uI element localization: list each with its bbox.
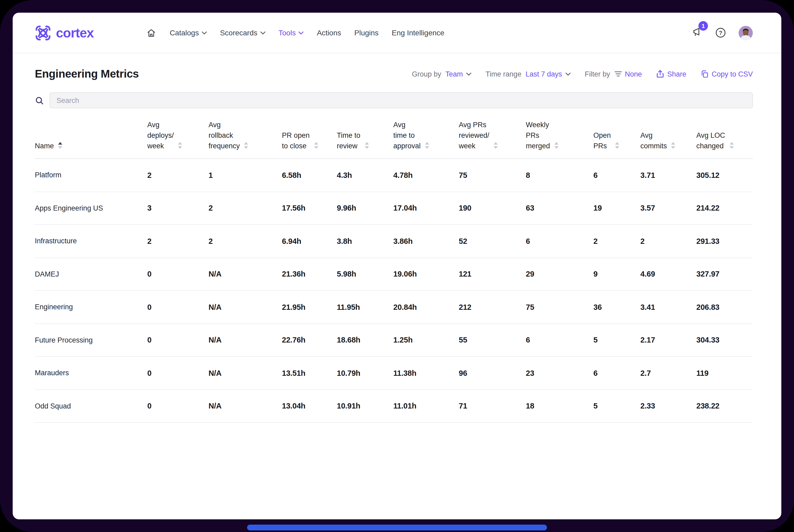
- metric-cell: 96: [459, 357, 526, 390]
- metric-cell: 9.96h: [337, 192, 393, 225]
- sort-arrows-icon[interactable]: [729, 142, 734, 151]
- share-button[interactable]: Share: [656, 70, 686, 78]
- table-row[interactable]: Platform216.58h4.3h4.78h75863.71305.12: [35, 158, 753, 192]
- user-avatar[interactable]: [739, 25, 753, 40]
- column-label: Avgtime toapproval: [393, 120, 421, 151]
- sort-arrows-icon[interactable]: [494, 142, 498, 151]
- table-row[interactable]: Odd Squad0N/A13.04h10.91h11.01h711852.33…: [35, 390, 753, 422]
- metric-cell: N/A: [209, 357, 282, 390]
- nav-item-plugins[interactable]: Plugins: [354, 28, 379, 37]
- nav-item-tools[interactable]: Tools: [279, 28, 304, 37]
- sort-arrows-icon[interactable]: [615, 142, 619, 151]
- group-by-select[interactable]: Team: [446, 70, 471, 78]
- column-header[interactable]: Avgcommits: [640, 112, 696, 158]
- metric-cell: 71: [459, 390, 526, 422]
- metric-cell: 20.84h: [393, 290, 459, 324]
- team-name-cell: Platform: [35, 158, 147, 192]
- metric-cell: 52: [459, 225, 526, 258]
- cortex-logo[interactable]: cortex: [35, 24, 94, 41]
- team-name-cell: Future Processing: [35, 324, 147, 357]
- filter-by-label: Filter by: [585, 70, 610, 78]
- sort-arrows-icon[interactable]: [554, 142, 559, 151]
- filter-lines-icon: [614, 71, 622, 77]
- metric-cell: 5: [593, 324, 640, 357]
- column-header[interactable]: Avgtime toapproval: [393, 112, 459, 158]
- chevron-down-icon: [466, 72, 471, 76]
- metrics-table: NameAvgdeploys/weekAvgrollbackfrequencyP…: [35, 112, 753, 423]
- metric-cell: 2: [209, 192, 282, 225]
- table-row[interactable]: Future Processing0N/A22.76h18.68h1.25h55…: [35, 324, 753, 357]
- metric-cell: 2.7: [640, 357, 696, 390]
- column-label: WeeklyPRsmerged: [526, 120, 550, 151]
- filter-select[interactable]: None: [614, 70, 642, 78]
- sort-arrows-icon[interactable]: [425, 142, 429, 151]
- table-row[interactable]: Marauders0N/A13.51h10.79h11.38h962362.71…: [35, 357, 753, 390]
- column-header[interactable]: WeeklyPRsmerged: [526, 112, 593, 158]
- column-header[interactable]: Time toreview: [337, 112, 393, 158]
- nav-item-actions[interactable]: Actions: [317, 28, 341, 37]
- metric-cell: 327.97: [696, 258, 753, 290]
- metric-cell: N/A: [209, 290, 282, 324]
- metric-cell: 304.33: [696, 324, 753, 357]
- metric-cell: 6.58h: [282, 158, 337, 192]
- sort-arrows-icon[interactable]: [671, 142, 676, 151]
- notifications-button[interactable]: 1: [692, 26, 703, 39]
- metric-cell: 5: [593, 390, 640, 422]
- sort-arrows-icon[interactable]: [58, 142, 62, 151]
- backdrop-frame: cortex Catalogs Sc: [0, 0, 794, 532]
- metric-cell: 36: [593, 290, 640, 324]
- table-row[interactable]: DAMEJ0N/A21.36h5.98h19.06h1212994.69327.…: [35, 258, 753, 290]
- nav-menu: Catalogs Scorecards Tools Actions: [147, 28, 445, 38]
- metric-cell: 19.06h: [393, 258, 459, 290]
- table-header-row: NameAvgdeploys/weekAvgrollbackfrequencyP…: [35, 112, 753, 158]
- app-window: cortex Catalogs Sc: [13, 13, 781, 519]
- column-label: OpenPRs: [593, 130, 611, 151]
- column-header[interactable]: Name: [35, 112, 147, 158]
- column-header[interactable]: Avgrollbackfrequency: [209, 112, 282, 158]
- table-row[interactable]: Infrastructure226.94h3.8h3.86h52622291.3…: [35, 225, 753, 258]
- column-header[interactable]: Avg LOCchanged: [696, 112, 753, 158]
- chevron-down-icon: [298, 31, 304, 35]
- column-header[interactable]: Avgdeploys/week: [147, 112, 209, 158]
- sort-arrows-icon[interactable]: [178, 142, 183, 151]
- metric-cell: 55: [459, 324, 526, 357]
- metric-cell: 11.95h: [337, 290, 393, 324]
- notification-badge: 1: [698, 21, 708, 30]
- metric-cell: N/A: [209, 390, 282, 422]
- metric-cell: 75: [459, 158, 526, 192]
- sort-arrows-icon[interactable]: [314, 142, 318, 151]
- column-header[interactable]: OpenPRs: [593, 112, 640, 158]
- sort-arrows-icon[interactable]: [364, 142, 369, 151]
- help-button[interactable]: ?: [715, 27, 726, 38]
- svg-text:?: ?: [719, 30, 722, 36]
- home-icon[interactable]: [147, 28, 156, 38]
- chevron-down-icon: [202, 31, 207, 35]
- metric-cell: 4.3h: [337, 158, 393, 192]
- nav-item-eng-intelligence[interactable]: Eng Intelligence: [392, 28, 444, 37]
- cortex-logo-icon: [35, 24, 51, 41]
- metric-cell: 22.76h: [282, 324, 337, 357]
- toolbar: Group by Team Time range Last 7 days: [412, 70, 753, 78]
- sort-arrows-icon[interactable]: [244, 142, 248, 151]
- metric-cell: 0: [147, 324, 209, 357]
- time-range-select[interactable]: Last 7 days: [526, 70, 570, 78]
- table-row[interactable]: Engineering0N/A21.95h11.95h20.84h2127536…: [35, 290, 753, 324]
- metric-cell: 214.22: [696, 192, 753, 225]
- nav-item-scorecards[interactable]: Scorecards: [220, 28, 265, 37]
- metric-cell: 2: [209, 225, 282, 258]
- metric-cell: 190: [459, 192, 526, 225]
- metric-cell: 2: [593, 225, 640, 258]
- metric-cell: 4.78h: [393, 158, 459, 192]
- column-header[interactable]: PR opento close: [282, 112, 337, 158]
- metric-cell: 10.91h: [337, 390, 393, 422]
- metric-cell: 4.69: [640, 258, 696, 290]
- nav-right: 1 ?: [692, 25, 753, 40]
- copy-to-csv-button[interactable]: Copy to CSV: [701, 70, 753, 78]
- search-input[interactable]: [50, 92, 753, 108]
- metric-cell: 0: [147, 357, 209, 390]
- metric-cell: 21.95h: [282, 290, 337, 324]
- column-header[interactable]: Avg PRsreviewed/week: [459, 112, 526, 158]
- table-row[interactable]: Apps Engineering US3217.56h9.96h17.04h19…: [35, 192, 753, 225]
- metric-cell: 2.33: [640, 390, 696, 422]
- nav-item-catalogs[interactable]: Catalogs: [170, 28, 207, 37]
